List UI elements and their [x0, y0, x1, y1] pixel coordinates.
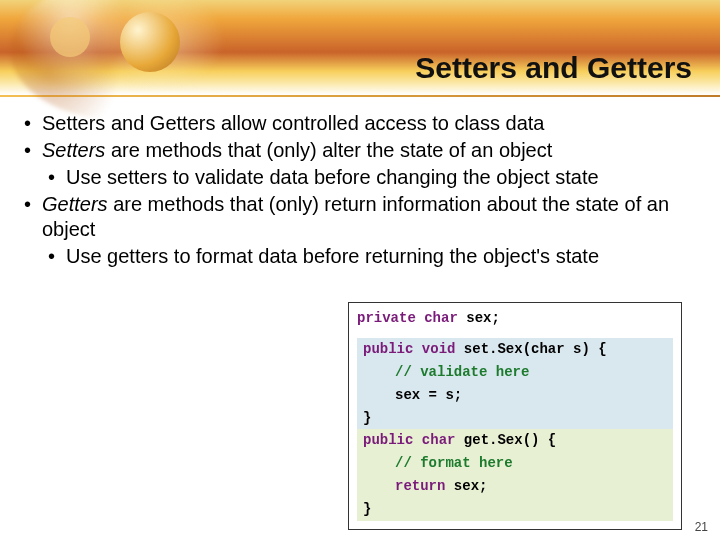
- list-item: Getters are methods that (only) return i…: [22, 192, 698, 269]
- code-line: // format here: [357, 452, 673, 475]
- bullet-list: Setters and Getters allow controlled acc…: [22, 111, 698, 269]
- keyword: char: [424, 310, 458, 326]
- keyword: private: [357, 310, 416, 326]
- code-text: sex = s;: [395, 387, 462, 403]
- sub-list: Use setters to validate data before chan…: [42, 165, 698, 190]
- sub-list: Use getters to format data before return…: [42, 244, 698, 269]
- code-text: set.Sex(char s) {: [464, 341, 607, 357]
- list-item: Use getters to format data before return…: [42, 244, 698, 269]
- comment: // validate here: [395, 364, 529, 380]
- code-text: sex;: [466, 310, 500, 326]
- list-item: Setters are methods that (only) alter th…: [22, 138, 698, 190]
- body-content: Setters and Getters allow controlled acc…: [0, 97, 720, 269]
- text: are methods that (only) alter the state …: [105, 139, 552, 161]
- term: Getters: [42, 193, 108, 215]
- code-example: private char sex; public void set.Sex(ch…: [348, 302, 682, 530]
- keyword: return: [395, 478, 445, 494]
- text: are methods that (only) return informati…: [42, 193, 669, 240]
- list-item: Use setters to validate data before chan…: [42, 165, 698, 190]
- keyword: public: [363, 341, 413, 357]
- slide-title: Setters and Getters: [415, 51, 692, 87]
- page-number: 21: [695, 520, 708, 534]
- code-line: }: [357, 498, 673, 521]
- keyword: void: [422, 341, 456, 357]
- code-line: return sex;: [357, 475, 673, 498]
- code-line: }: [357, 407, 673, 430]
- code-line: sex = s;: [357, 384, 673, 407]
- code-text: get.Sex() {: [464, 432, 556, 448]
- term: Setters: [42, 139, 105, 161]
- code-line: // validate here: [357, 361, 673, 384]
- keyword: char: [422, 432, 456, 448]
- keyword: public: [363, 432, 413, 448]
- comment: // format here: [395, 455, 513, 471]
- code-line: public void set.Sex(char s) {: [357, 338, 673, 361]
- code-line: public char get.Sex() {: [357, 429, 673, 452]
- code-text: sex;: [445, 478, 487, 494]
- code-text: }: [363, 501, 371, 517]
- list-item: Setters and Getters allow controlled acc…: [22, 111, 698, 136]
- code-line: private char sex;: [357, 309, 673, 328]
- title-banner: Setters and Getters: [0, 0, 720, 95]
- code-text: }: [363, 410, 371, 426]
